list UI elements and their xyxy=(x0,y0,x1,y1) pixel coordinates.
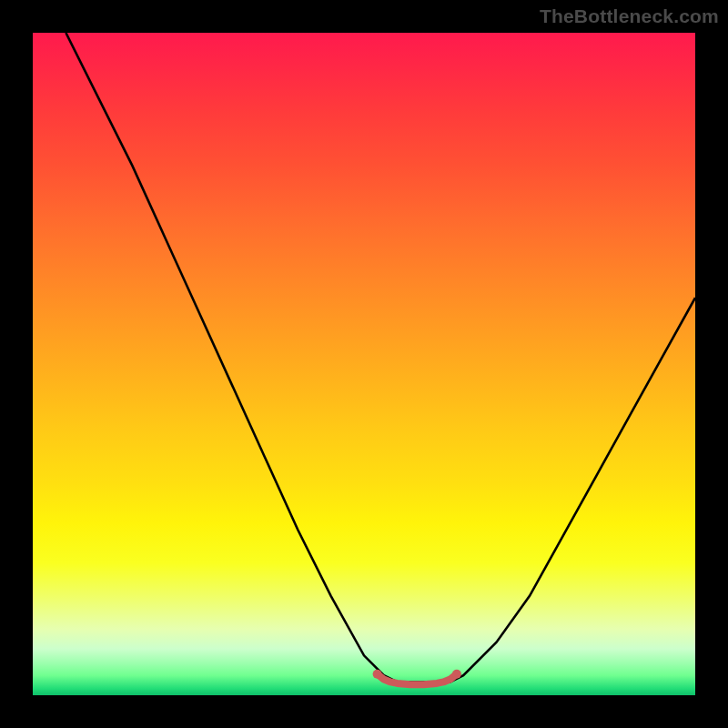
plot-area xyxy=(33,33,695,695)
accent-endpoint-dot xyxy=(452,670,461,679)
bottleneck-curve xyxy=(66,33,695,682)
flat-bottom-accent xyxy=(378,674,457,685)
chart-frame: TheBottleneck.com xyxy=(0,0,728,728)
accent-endpoint-dot xyxy=(373,670,382,679)
watermark-text: TheBottleneck.com xyxy=(540,5,719,27)
chart-svg xyxy=(33,33,695,695)
